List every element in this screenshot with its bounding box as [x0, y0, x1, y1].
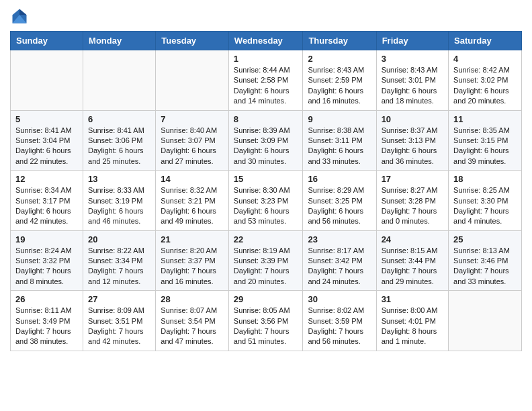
day-info: Sunrise: 8:19 AM Sunset: 3:39 PM Dayligh… — [234, 246, 298, 287]
calendar-cell: 9Sunrise: 8:38 AM Sunset: 3:11 PM Daylig… — [303, 110, 376, 171]
calendar-cell: 5Sunrise: 8:41 AM Sunset: 3:04 PM Daylig… — [11, 110, 83, 171]
calendar-week-4: 19Sunrise: 8:24 AM Sunset: 3:32 PM Dayli… — [11, 230, 522, 291]
day-number: 6 — [88, 114, 150, 124]
day-number: 19 — [15, 234, 78, 244]
calendar-week-2: 5Sunrise: 8:41 AM Sunset: 3:04 PM Daylig… — [11, 110, 522, 171]
day-number: 28 — [161, 294, 224, 304]
calendar-cell: 10Sunrise: 8:37 AM Sunset: 3:13 PM Dayli… — [376, 110, 448, 171]
day-number: 26 — [15, 294, 78, 304]
day-number: 4 — [453, 54, 517, 64]
weekday-header-row: SundayMondayTuesdayWednesdayThursdayFrid… — [11, 32, 522, 50]
weekday-header-wednesday: Wednesday — [228, 32, 303, 50]
day-info: Sunrise: 8:33 AM Sunset: 3:19 PM Dayligh… — [88, 185, 150, 227]
calendar-cell: 30Sunrise: 8:02 AM Sunset: 3:59 PM Dayli… — [303, 291, 376, 351]
day-number: 11 — [453, 114, 517, 124]
day-number: 23 — [308, 234, 371, 244]
calendar-cell: 12Sunrise: 8:34 AM Sunset: 3:17 PM Dayli… — [11, 171, 83, 231]
calendar-cell: 13Sunrise: 8:33 AM Sunset: 3:19 PM Dayli… — [83, 171, 156, 231]
calendar-cell — [83, 50, 156, 111]
calendar-cell: 6Sunrise: 8:41 AM Sunset: 3:06 PM Daylig… — [83, 110, 156, 171]
day-number: 29 — [234, 294, 298, 304]
day-number: 18 — [453, 174, 517, 184]
day-info: Sunrise: 8:34 AM Sunset: 3:17 PM Dayligh… — [15, 185, 78, 227]
calendar-cell: 22Sunrise: 8:19 AM Sunset: 3:39 PM Dayli… — [228, 230, 303, 291]
day-info: Sunrise: 8:30 AM Sunset: 3:23 PM Dayligh… — [234, 185, 298, 227]
calendar-cell: 16Sunrise: 8:29 AM Sunset: 3:25 PM Dayli… — [303, 171, 376, 231]
day-info: Sunrise: 8:41 AM Sunset: 3:04 PM Dayligh… — [15, 126, 78, 167]
calendar-cell: 1Sunrise: 8:44 AM Sunset: 2:58 PM Daylig… — [228, 50, 303, 111]
calendar-cell: 25Sunrise: 8:13 AM Sunset: 3:46 PM Dayli… — [449, 230, 522, 291]
day-info: Sunrise: 8:42 AM Sunset: 3:02 PM Dayligh… — [453, 65, 517, 107]
day-number: 17 — [382, 174, 443, 184]
calendar-cell: 8Sunrise: 8:39 AM Sunset: 3:09 PM Daylig… — [228, 110, 303, 171]
day-number: 16 — [308, 174, 371, 184]
calendar-cell: 7Sunrise: 8:40 AM Sunset: 3:07 PM Daylig… — [156, 110, 229, 171]
day-info: Sunrise: 8:11 AM Sunset: 3:49 PM Dayligh… — [15, 306, 78, 347]
weekday-header-saturday: Saturday — [449, 32, 522, 50]
day-info: Sunrise: 8:38 AM Sunset: 3:11 PM Dayligh… — [308, 126, 371, 167]
day-number: 7 — [161, 114, 224, 124]
calendar-cell: 15Sunrise: 8:30 AM Sunset: 3:23 PM Dayli… — [228, 171, 303, 231]
day-number: 31 — [382, 294, 443, 304]
day-info: Sunrise: 8:07 AM Sunset: 3:54 PM Dayligh… — [161, 306, 224, 347]
calendar-cell: 3Sunrise: 8:43 AM Sunset: 3:01 PM Daylig… — [376, 50, 448, 111]
day-info: Sunrise: 8:05 AM Sunset: 3:56 PM Dayligh… — [234, 306, 298, 347]
calendar-cell: 23Sunrise: 8:17 AM Sunset: 3:42 PM Dayli… — [303, 230, 376, 291]
calendar-cell: 18Sunrise: 8:25 AM Sunset: 3:30 PM Dayli… — [449, 171, 522, 231]
day-info: Sunrise: 8:41 AM Sunset: 3:06 PM Dayligh… — [88, 126, 150, 167]
calendar-week-1: 1Sunrise: 8:44 AM Sunset: 2:58 PM Daylig… — [11, 50, 522, 111]
day-info: Sunrise: 8:02 AM Sunset: 3:59 PM Dayligh… — [308, 306, 371, 347]
day-info: Sunrise: 8:00 AM Sunset: 4:01 PM Dayligh… — [382, 306, 443, 347]
weekday-header-sunday: Sunday — [11, 32, 83, 50]
day-number: 5 — [15, 114, 78, 124]
day-info: Sunrise: 8:43 AM Sunset: 2:59 PM Dayligh… — [308, 65, 371, 107]
day-info: Sunrise: 8:22 AM Sunset: 3:34 PM Dayligh… — [88, 246, 150, 287]
logo — [10, 7, 32, 26]
day-info: Sunrise: 8:25 AM Sunset: 3:30 PM Dayligh… — [453, 185, 517, 227]
day-info: Sunrise: 8:17 AM Sunset: 3:42 PM Dayligh… — [308, 246, 371, 287]
calendar-week-5: 26Sunrise: 8:11 AM Sunset: 3:49 PM Dayli… — [11, 291, 522, 351]
day-info: Sunrise: 8:09 AM Sunset: 3:51 PM Dayligh… — [88, 306, 150, 347]
day-info: Sunrise: 8:40 AM Sunset: 3:07 PM Dayligh… — [161, 126, 224, 167]
calendar-cell — [11, 50, 83, 111]
calendar-cell — [449, 291, 522, 351]
calendar-cell: 2Sunrise: 8:43 AM Sunset: 2:59 PM Daylig… — [303, 50, 376, 111]
day-number: 24 — [382, 234, 443, 244]
day-info: Sunrise: 8:27 AM Sunset: 3:28 PM Dayligh… — [382, 185, 443, 227]
calendar-cell: 11Sunrise: 8:35 AM Sunset: 3:15 PM Dayli… — [449, 110, 522, 171]
day-number: 21 — [161, 234, 224, 244]
day-info: Sunrise: 8:32 AM Sunset: 3:21 PM Dayligh… — [161, 185, 224, 227]
calendar-cell: 17Sunrise: 8:27 AM Sunset: 3:28 PM Dayli… — [376, 171, 448, 231]
day-number: 15 — [234, 174, 298, 184]
calendar-cell: 19Sunrise: 8:24 AM Sunset: 3:32 PM Dayli… — [11, 230, 83, 291]
day-info: Sunrise: 8:39 AM Sunset: 3:09 PM Dayligh… — [234, 126, 298, 167]
day-number: 10 — [382, 114, 443, 124]
calendar-cell: 31Sunrise: 8:00 AM Sunset: 4:01 PM Dayli… — [376, 291, 448, 351]
calendar-cell: 21Sunrise: 8:20 AM Sunset: 3:37 PM Dayli… — [156, 230, 229, 291]
weekday-header-monday: Monday — [83, 32, 156, 50]
logo-icon — [10, 7, 29, 26]
calendar-cell: 14Sunrise: 8:32 AM Sunset: 3:21 PM Dayli… — [156, 171, 229, 231]
page-container: SundayMondayTuesdayWednesdayThursdayFrid… — [0, 0, 532, 361]
day-info: Sunrise: 8:43 AM Sunset: 3:01 PM Dayligh… — [382, 65, 443, 107]
weekday-header-friday: Friday — [376, 32, 448, 50]
svg-marker-1 — [19, 9, 27, 15]
day-info: Sunrise: 8:37 AM Sunset: 3:13 PM Dayligh… — [382, 126, 443, 167]
day-number: 13 — [88, 174, 150, 184]
day-number: 20 — [88, 234, 150, 244]
day-info: Sunrise: 8:24 AM Sunset: 3:32 PM Dayligh… — [15, 246, 78, 287]
day-number: 3 — [382, 54, 443, 64]
day-number: 1 — [234, 54, 298, 64]
day-number: 9 — [308, 114, 371, 124]
day-number: 30 — [308, 294, 371, 304]
calendar-cell: 20Sunrise: 8:22 AM Sunset: 3:34 PM Dayli… — [83, 230, 156, 291]
day-info: Sunrise: 8:44 AM Sunset: 2:58 PM Dayligh… — [234, 65, 298, 107]
calendar-cell: 26Sunrise: 8:11 AM Sunset: 3:49 PM Dayli… — [11, 291, 83, 351]
day-number: 25 — [453, 234, 517, 244]
day-number: 2 — [308, 54, 371, 64]
day-number: 12 — [15, 174, 78, 184]
day-info: Sunrise: 8:20 AM Sunset: 3:37 PM Dayligh… — [161, 246, 224, 287]
header — [10, 7, 522, 26]
calendar-cell: 29Sunrise: 8:05 AM Sunset: 3:56 PM Dayli… — [228, 291, 303, 351]
weekday-header-tuesday: Tuesday — [156, 32, 229, 50]
